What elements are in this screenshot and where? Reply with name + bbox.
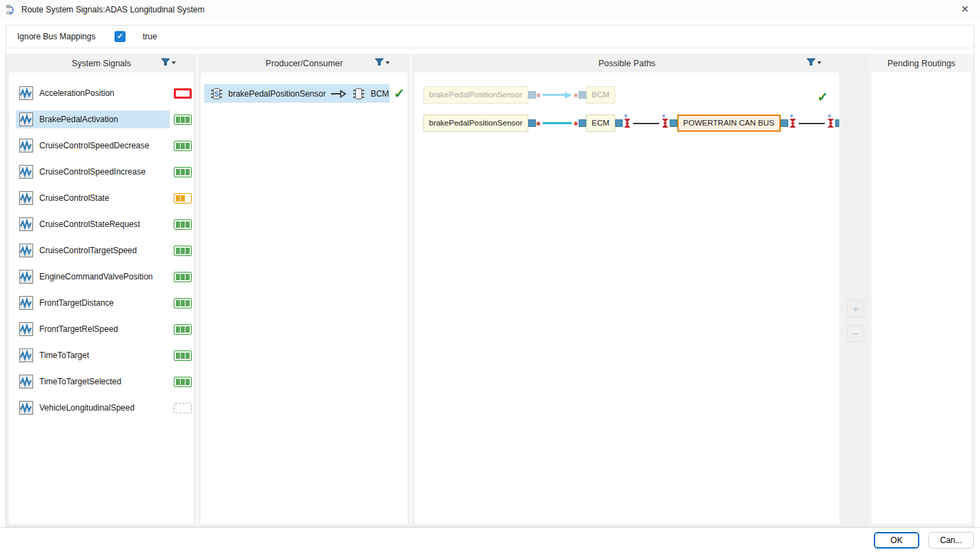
signal-row[interactable]: CruiseControlSpeedIncrease	[16, 162, 192, 181]
path-node: brakePedalPositionSensor	[423, 115, 528, 132]
signal-label: CruiseControlSpeedIncrease	[39, 167, 146, 177]
possible-paths-list: brakePedalPositionSensor * * BCM brakePe…	[414, 72, 839, 524]
title-bar: Route System Signals:ADAS Longitudinal S…	[0, 0, 980, 19]
signal-row[interactable]: TimeToTarget	[16, 346, 192, 365]
signal-waveform-icon	[19, 401, 33, 415]
signal-status-indicator	[174, 167, 192, 177]
producer-consumer-header: Producer/Consumer	[198, 54, 410, 72]
signal-row[interactable]: FrontTargetDistance	[16, 293, 192, 313]
signal-status-indicator	[174, 298, 192, 308]
port-icon	[781, 119, 788, 127]
validated-check-icon: ✓	[394, 87, 405, 100]
path-node: BCM	[586, 86, 615, 103]
window-title: Route System Signals:ADAS Longitudinal S…	[21, 5, 204, 14]
signal-status-indicator	[174, 324, 192, 335]
ignore-bus-mappings-checkbox[interactable]: ✓	[114, 31, 126, 42]
signal-row[interactable]: EngineCommandValvePosition	[16, 267, 192, 286]
producer-consumer-list: brakePedalPositionSensor BCM ✓	[201, 72, 408, 524]
signal-label: TimeToTarget	[39, 351, 89, 360]
producer-consumer-row[interactable]: brakePedalPositionSensor BCM ✓	[204, 84, 405, 103]
signal-status-indicator	[174, 219, 192, 230]
signal-status-indicator	[174, 272, 192, 282]
signal-label: CruiseControlTargetSpeed	[39, 246, 137, 255]
signal-waveform-icon	[19, 112, 33, 126]
signal-label: BrakePedalActivation	[39, 115, 118, 124]
wire-arrowhead-icon	[565, 92, 572, 99]
routing-actions-strip: + −	[842, 54, 869, 526]
bus-connector-icon: c	[661, 119, 669, 128]
required-marker: *	[537, 119, 541, 128]
signal-status-indicator	[174, 403, 192, 413]
close-icon[interactable]: ✕	[951, 0, 979, 18]
signal-status-indicator	[174, 88, 192, 99]
path-node: ECM	[586, 115, 615, 132]
port-icon	[835, 119, 839, 127]
consumer-label: BCM	[370, 89, 389, 99]
possible-paths-column: Possible Paths brakePedalPositionSensor …	[412, 54, 842, 526]
cancel-button[interactable]: Can...	[928, 532, 974, 549]
route-signals-icon	[6, 4, 17, 16]
signal-row[interactable]: BrakePedalActivation	[16, 110, 192, 129]
signal-wire	[543, 94, 565, 96]
filter-icon[interactable]	[374, 58, 390, 66]
signal-waveform-icon	[19, 375, 33, 388]
signal-wire	[543, 122, 572, 124]
signal-waveform-icon	[19, 322, 33, 336]
signal-row[interactable]: CruiseControlStateRequest	[16, 215, 192, 234]
bus-connector-icon: c	[827, 119, 834, 128]
signal-status-indicator	[174, 351, 192, 361]
signal-row[interactable]: VehicleLongitudinalSpeed	[16, 398, 192, 417]
signal-row[interactable]: CruiseControlState	[16, 188, 192, 208]
filter-icon[interactable]	[806, 58, 821, 66]
add-routing-button[interactable]: +	[847, 300, 864, 317]
signal-label: FrontTargetDistance	[39, 298, 114, 308]
required-marker: *	[574, 90, 578, 100]
signal-status-indicator	[174, 377, 192, 387]
component-chip-icon	[352, 87, 366, 101]
signal-waveform-icon	[19, 86, 33, 100]
signal-waveform-icon	[19, 191, 33, 205]
required-marker: *	[574, 119, 578, 128]
signal-row[interactable]: CruiseControlSpeedDecrease	[16, 136, 192, 155]
signal-row[interactable]: TimeToTargetSelected	[16, 372, 192, 391]
dialog-panel: Ignore Bus Mappings ✓ true System Signal…	[6, 25, 974, 527]
signal-label: TimeToTargetSelected	[39, 377, 121, 386]
ok-button[interactable]: OK	[874, 532, 919, 549]
signal-status-indicator	[174, 246, 192, 256]
system-signals-list: AccelerationPosition BrakePedalActivatio…	[9, 72, 194, 524]
remove-routing-button[interactable]: −	[847, 325, 864, 342]
port-icon	[528, 119, 536, 127]
arrow-right-icon	[330, 90, 347, 98]
pending-routings-column: Pending Routings	[869, 54, 974, 526]
path-row-direct[interactable]: brakePedalPositionSensor * * BCM	[423, 86, 830, 104]
ignore-bus-mappings-label: Ignore Bus Mappings	[17, 32, 108, 41]
path-row-bus[interactable]: brakePedalPositionSensor * * ECM c c	[423, 114, 830, 132]
validated-check-icon: ✓	[817, 90, 828, 103]
system-signals-column: System Signals AccelerationPosition Brak…	[6, 54, 197, 526]
signal-row[interactable]: CruiseControlTargetSpeed	[16, 241, 192, 260]
port-icon	[670, 119, 677, 127]
signal-label: AccelerationPosition	[39, 88, 114, 98]
port-icon	[579, 91, 586, 99]
signal-status-indicator	[174, 141, 192, 151]
signal-waveform-icon	[19, 165, 33, 179]
signal-row[interactable]: AccelerationPosition	[16, 83, 192, 103]
path-node: brakePedalPositionSensor	[423, 86, 528, 103]
port-icon	[615, 119, 623, 127]
bus-wire	[633, 123, 659, 124]
signal-label: CruiseControlStateRequest	[39, 219, 140, 229]
signal-label: FrontTargetRelSpeed	[39, 324, 118, 334]
path-node-highlighted: POWERTRAIN CAN BUS	[677, 115, 781, 132]
port-icon	[579, 119, 586, 127]
signal-waveform-icon	[19, 270, 33, 284]
bus-connector-icon: c	[623, 119, 631, 128]
signal-label: CruiseControlSpeedDecrease	[39, 141, 149, 150]
filter-icon[interactable]	[161, 58, 176, 66]
pending-routings-list	[872, 72, 971, 524]
bus-connector-icon: c	[789, 119, 797, 128]
signal-row[interactable]: FrontTargetRelSpeed	[16, 319, 192, 339]
signal-status-indicator	[174, 115, 192, 125]
producer-label: brakePedalPositionSensor	[228, 89, 326, 99]
bus-wire	[799, 123, 825, 124]
sensor-chip-icon	[210, 87, 223, 101]
